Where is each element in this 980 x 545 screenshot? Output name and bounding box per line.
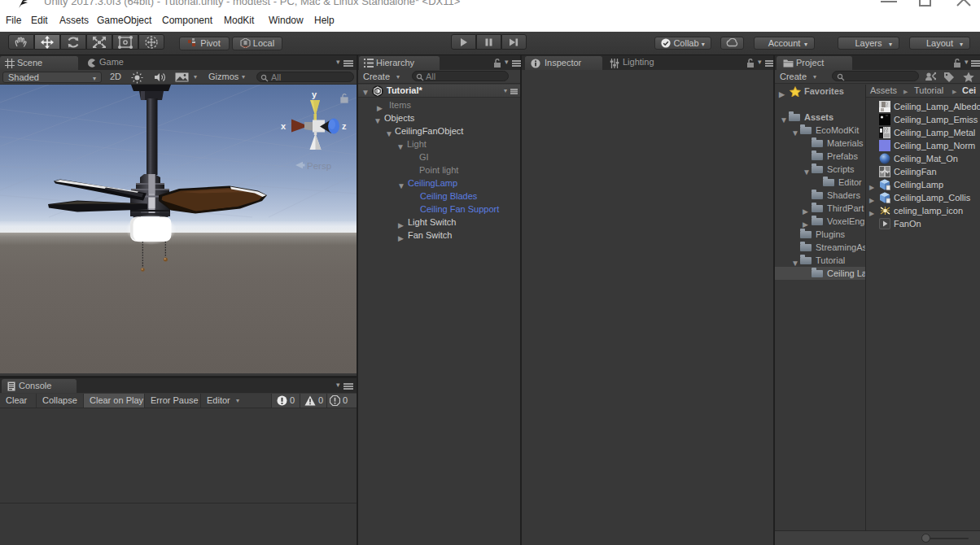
svg-text:z: z — [342, 121, 347, 131]
svg-text:x: x — [281, 121, 287, 131]
svg-text:y: y — [312, 89, 317, 99]
svg-text:Persp: Persp — [307, 161, 331, 171]
